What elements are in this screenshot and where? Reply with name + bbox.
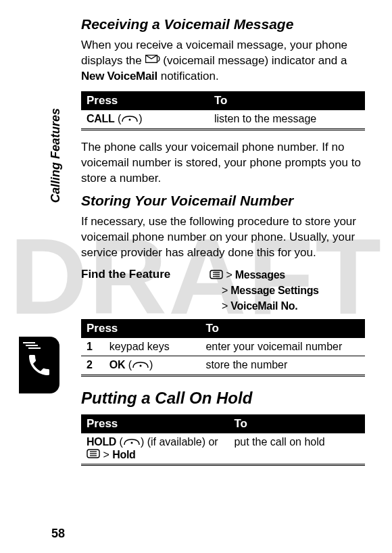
gt: > bbox=[222, 300, 230, 312]
gt: > bbox=[222, 285, 230, 296]
paren: ( bbox=[116, 436, 123, 448]
text: notification. bbox=[161, 70, 219, 82]
col-to: To bbox=[209, 91, 365, 110]
cell-enter-number: enter your voicemail number bbox=[200, 338, 365, 356]
find-the-feature: Find the Feature >Messages >Message Sett… bbox=[81, 268, 365, 314]
col-press: Press bbox=[81, 414, 228, 433]
svg-point-6 bbox=[140, 364, 142, 366]
paren: ( bbox=[114, 113, 121, 124]
page-content: Receiving a Voicemail Message When you r… bbox=[0, 0, 392, 489]
cell-press-call: CALL () bbox=[81, 110, 209, 129]
cell-put-on-hold: put the call on hold bbox=[228, 433, 365, 465]
para-receive-voicemail: When you receive a voicemail message, yo… bbox=[81, 38, 365, 85]
svg-point-7 bbox=[130, 441, 132, 443]
call-softkey-label: CALL bbox=[87, 113, 114, 124]
hold-softkey-label: HOLD bbox=[87, 436, 116, 448]
ok-softkey-label: OK bbox=[109, 359, 125, 370]
cell-to-listen: listen to the message bbox=[209, 110, 365, 129]
softkey-icon bbox=[121, 114, 139, 126]
heading-putting-call-on-hold: Putting a Call On Hold bbox=[81, 389, 365, 408]
paren: ) bbox=[149, 359, 153, 370]
softkey-icon bbox=[123, 437, 141, 449]
path-messages: Messages bbox=[235, 269, 285, 281]
text: ) (if available) or bbox=[141, 436, 218, 448]
cell-hold-press: HOLD () (if available) or > Hold bbox=[81, 433, 228, 465]
menu-key-icon bbox=[87, 449, 100, 461]
col-press: Press bbox=[81, 91, 209, 110]
heading-storing-voicemail: Storing Your Voicemail Number bbox=[81, 193, 365, 209]
col-press: Press bbox=[81, 319, 200, 338]
path-voicemail-no: VoiceMail No. bbox=[230, 300, 297, 312]
path-message-settings: Message Settings bbox=[230, 285, 318, 296]
paren: ( bbox=[125, 359, 132, 370]
text: (voicemail message) indicator and a bbox=[163, 54, 347, 67]
table-store-voicemail: Press To 1 keypad keys enter your voicem… bbox=[81, 319, 365, 377]
find-feature-label: Find the Feature bbox=[81, 268, 210, 314]
menu-key-icon bbox=[210, 268, 223, 283]
page-number: 58 bbox=[51, 527, 65, 541]
paren: ) bbox=[139, 113, 142, 124]
table-receive-voicemail: Press To CALL () listen to the message bbox=[81, 91, 365, 130]
svg-point-1 bbox=[129, 118, 131, 120]
step-num: 2 bbox=[81, 356, 104, 375]
softkey-icon bbox=[132, 360, 149, 372]
hold-menu-label: Hold bbox=[112, 449, 135, 460]
col-to: To bbox=[200, 319, 365, 338]
voicemail-indicator-icon bbox=[145, 53, 160, 69]
gt: > bbox=[100, 449, 112, 460]
menu-path: >Messages >Message Settings >VoiceMail N… bbox=[210, 268, 319, 314]
new-voicemail-label: New VoiceMail bbox=[81, 70, 157, 82]
col-to: To bbox=[228, 414, 365, 433]
cell-ok-softkey: OK () bbox=[104, 356, 201, 375]
cell-keypad-keys: keypad keys bbox=[104, 338, 201, 356]
cell-store-number: store the number bbox=[200, 356, 365, 375]
para-phone-calls-number: The phone calls your voicemail phone num… bbox=[81, 140, 365, 187]
heading-receiving-voicemail: Receiving a Voicemail Message bbox=[81, 16, 365, 32]
gt: > bbox=[226, 269, 235, 281]
table-call-on-hold: Press To HOLD () (if available) or > Hol… bbox=[81, 414, 365, 466]
step-num: 1 bbox=[81, 338, 104, 356]
para-storing: If necessary, use the following procedur… bbox=[81, 214, 365, 261]
